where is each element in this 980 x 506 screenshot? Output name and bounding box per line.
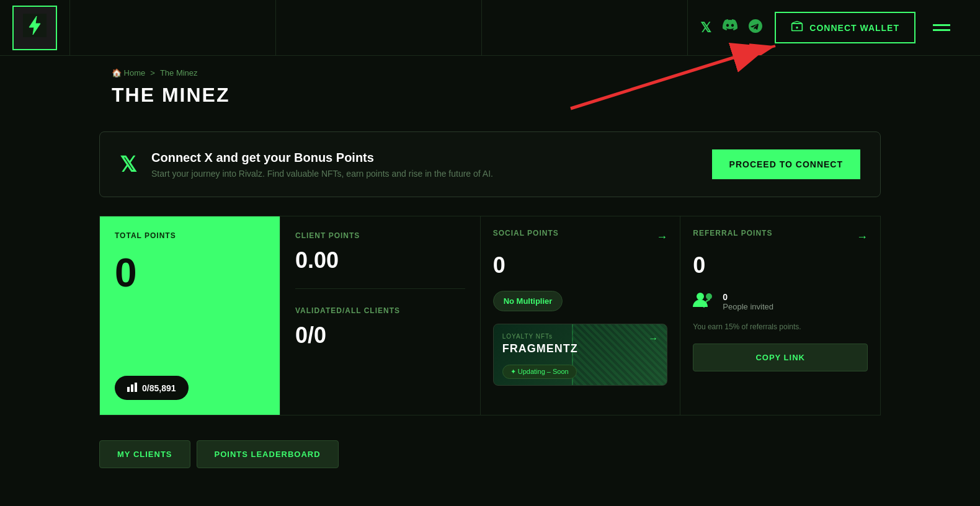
svg-rect-7	[135, 383, 137, 392]
client-points-value: 0.00	[295, 247, 465, 273]
referral-points-label: REFERRAL POINTS	[693, 229, 772, 237]
referral-points-arrow-icon[interactable]: →	[857, 231, 868, 244]
header-right: 𝕏	[688, 12, 968, 43]
svg-rect-6	[131, 384, 133, 392]
hamburger-button[interactable]	[928, 19, 955, 36]
banner-title: Connect X and get your Bonus Points	[151, 151, 697, 165]
invited-label: People invited	[723, 302, 773, 311]
loyalty-nft-title: FRAGMENTZ	[502, 342, 659, 355]
nav-item-1	[70, 0, 276, 56]
tab-my-clients-label: MY CLIENTS	[117, 450, 172, 459]
referral-points-value: 0	[693, 252, 868, 278]
people-icon	[693, 291, 715, 313]
twitter-icon[interactable]: 𝕏	[700, 20, 711, 36]
referral-points-card: REFERRAL POINTS → 0 0 People invited	[680, 216, 880, 415]
loyalty-nft-arrow-icon: →	[648, 333, 658, 344]
logo[interactable]	[12, 6, 57, 50]
invited-info: 0 People invited	[723, 292, 773, 311]
connect-wallet-button[interactable]: CONNECT WALLET	[775, 12, 915, 43]
total-points-label: TOTAL POINTS	[115, 231, 265, 240]
page-header: 🏠 Home > The Minez THE MINEZ	[0, 56, 980, 119]
copy-link-button[interactable]: COPY LINK	[693, 344, 868, 371]
discord-icon[interactable]	[723, 19, 737, 36]
main-content: 𝕏 Connect X and get your Bonus Points St…	[0, 119, 980, 428]
loyalty-card-content: LOYALTY NFTs FRAGMENTZ	[494, 324, 667, 364]
banner-x-icon: 𝕏	[120, 152, 136, 177]
hamburger-line-2	[933, 29, 950, 31]
validated-clients-section: VALIDATED/ALL CLIENTS 0/0	[295, 304, 465, 348]
telegram-icon[interactable]	[749, 19, 762, 36]
tab-my-clients[interactable]: MY CLIENTS	[99, 440, 190, 468]
social-points-value: 0	[493, 252, 668, 278]
svg-rect-5	[127, 387, 130, 392]
breadcrumb: 🏠 Home > The Minez	[112, 68, 868, 78]
points-badge: 0/85,891	[115, 376, 189, 400]
banner-text: Connect X and get your Bonus Points Star…	[151, 151, 697, 179]
header-nav	[69, 0, 688, 56]
client-points-card: CLIENT POINTS 0.00 VALIDATED/ALL CLIENTS…	[280, 216, 480, 415]
total-points-card: TOTAL POINTS 0 0/85,891	[100, 216, 280, 415]
nav-item-3	[482, 0, 687, 56]
nav-item-2	[276, 0, 482, 56]
invited-row: 0 People invited	[693, 291, 868, 313]
total-points-value: 0	[115, 250, 265, 376]
breadcrumb-current: The Minez	[160, 68, 198, 78]
cards-grid: TOTAL POINTS 0 0/85,891 CLIENT POINTS 0.…	[99, 216, 881, 415]
social-points-card: SOCIAL POINTS → 0 No Multiplier LOYALTY …	[480, 216, 680, 415]
invited-count: 0	[723, 292, 773, 302]
page-title: THE MINEZ	[112, 84, 868, 107]
social-points-header: SOCIAL POINTS →	[493, 229, 668, 245]
client-points-section: CLIENT POINTS 0.00	[295, 231, 465, 289]
loyalty-status-badge: ✦ Updating – Soon	[502, 365, 577, 379]
svg-point-8	[697, 293, 704, 300]
tab-points-leaderboard[interactable]: POINTS LEADERBOARD	[197, 440, 339, 468]
header: 𝕏	[0, 0, 980, 56]
loyalty-nft-label: LOYALTY NFTs	[502, 333, 659, 340]
validated-clients-label: VALIDATED/ALL CLIENTS	[295, 306, 465, 315]
breadcrumb-separator: >	[150, 68, 155, 78]
referral-points-header: REFERRAL POINTS →	[693, 229, 868, 245]
client-points-label: CLIENT POINTS	[295, 231, 465, 240]
bar-chart-icon	[127, 382, 137, 394]
social-points-label: SOCIAL POINTS	[493, 229, 559, 237]
connect-wallet-label: CONNECT WALLET	[809, 23, 899, 33]
social-points-arrow-icon[interactable]: →	[656, 231, 667, 244]
banner-subtitle: Start your journey into Rivalz. Find val…	[151, 169, 697, 179]
referral-note: You earn 15% of referrals points.	[693, 322, 868, 331]
tab-points-leaderboard-label: POINTS LEADERBOARD	[215, 450, 321, 459]
bottom-tabs: MY CLIENTS POINTS LEADERBOARD	[0, 440, 980, 468]
loyalty-nft-card[interactable]: LOYALTY NFTs FRAGMENTZ → ✦ Updating – So…	[493, 324, 668, 386]
proceed-to-connect-button[interactable]: PROCEED TO CONNECT	[712, 149, 860, 179]
connect-banner: 𝕏 Connect X and get your Bonus Points St…	[99, 131, 881, 197]
svg-point-9	[706, 293, 712, 300]
multiplier-badge: No Multiplier	[493, 291, 563, 311]
points-badge-label: 0/85,891	[142, 383, 176, 393]
logo-icon	[23, 14, 47, 42]
hamburger-line-1	[933, 24, 950, 26]
breadcrumb-home[interactable]: 🏠 Home	[112, 68, 145, 78]
social-icons: 𝕏	[700, 19, 762, 36]
validated-clients-value: 0/0	[295, 322, 465, 348]
wallet-icon	[791, 20, 803, 35]
